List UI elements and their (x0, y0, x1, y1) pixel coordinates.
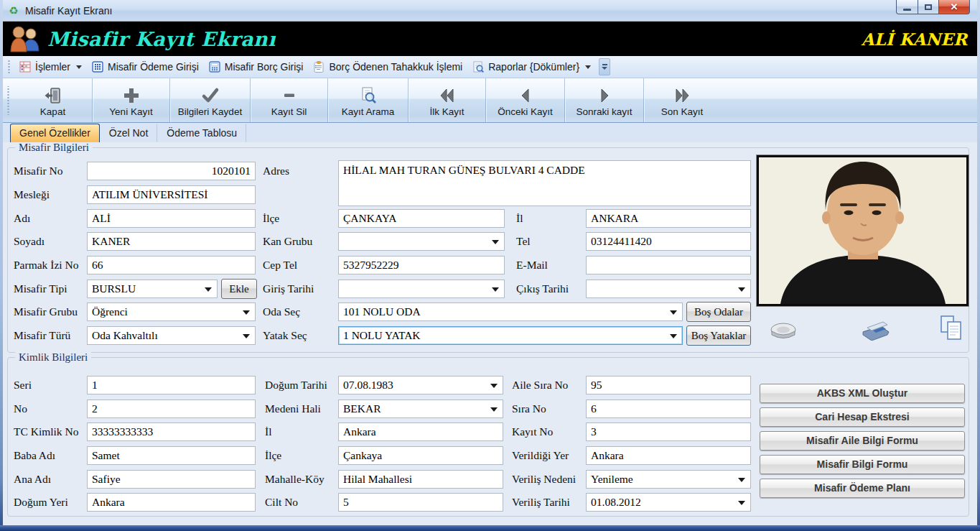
bilgileri-kaydet-button[interactable]: Bilgileri Kaydet (170, 78, 251, 122)
check-icon (201, 86, 220, 105)
misafir-aile-bilgi-formu-button[interactable]: Misafir Aile Bilgi Formu (760, 431, 965, 451)
tc-kimlik-no-field[interactable]: 33333333333 (87, 423, 256, 441)
mahalle-koy-field[interactable]: Hilal Mahallesi (338, 470, 503, 489)
toolbar-grip-handle[interactable] (6, 86, 10, 115)
title-bar[interactable]: ♻ Misafir Kayıt Ekranı ✕ (0, 0, 980, 22)
menu-item-misafir-odeme-girisi[interactable]: Misafir Ödeme Girişi (87, 59, 204, 75)
email-field[interactable] (586, 256, 751, 274)
adi-field[interactable]: ALİ (87, 209, 256, 228)
medeni-hali-combo[interactable]: BEKAR (338, 400, 503, 418)
ana-adi-label: Ana Adı (14, 470, 51, 489)
baba-adi-field[interactable]: Samet (87, 446, 256, 465)
giris-tarihi-label: Giriş Tarihi (263, 280, 314, 298)
oda-sec-combo[interactable]: 101 NOLU ODA (338, 303, 683, 321)
copy-pages-icon (939, 315, 963, 341)
toolstrip-overflow-button[interactable] (599, 58, 610, 75)
ilk-kayit-button[interactable]: İlk Kayıt (409, 78, 486, 122)
tel-field[interactable]: 03124411420 (586, 232, 751, 251)
cilt-no-label: Cilt No (265, 493, 298, 512)
clipboard-list-icon (313, 61, 325, 73)
menu-item-islemler[interactable]: İşlemler (14, 59, 87, 75)
misafir-tipi-combo[interactable]: BURSLU (87, 280, 218, 298)
dogum-yeri-field[interactable]: Ankara (87, 493, 256, 512)
no-field[interactable]: 2 (87, 400, 256, 418)
ekle-button[interactable]: Ekle (221, 279, 257, 299)
cep-tel-field[interactable]: 5327952229 (338, 256, 505, 274)
aile-sira-no-field[interactable]: 95 (586, 376, 751, 394)
verildigi-yer-field[interactable]: Ankara (586, 446, 751, 465)
misafir-no-field[interactable]: 1020101 (87, 162, 256, 180)
menu-item-borc-odenen-tahakkuk[interactable]: Borç Ödenen Tahakkuk İşlemi (308, 59, 467, 75)
maximize-button[interactable] (918, 0, 939, 14)
bos-odalar-button[interactable]: Boş Odalar (686, 302, 751, 322)
yeni-kayit-button[interactable]: Yeni Kayıt (93, 78, 170, 122)
menu-grip-handle[interactable] (7, 60, 11, 74)
misafir-turu-combo[interactable]: Oda Kahvaltılı (87, 326, 256, 345)
app-header: Misafir Kayıt Ekranı ALİ KANER (3, 22, 977, 56)
tab-ozel-not[interactable]: Özel Not (100, 124, 157, 142)
scanner-button[interactable] (859, 316, 890, 342)
copy-photo-button[interactable] (935, 315, 967, 341)
dogum-tarihi-combo[interactable]: 07.08.1983 (338, 376, 503, 394)
cilt-no-field[interactable]: 5 (338, 493, 503, 512)
exit-door-icon (44, 86, 62, 105)
camera-capture-button[interactable] (767, 319, 799, 345)
ana-adi-field[interactable]: Safiye (87, 470, 256, 489)
menu-item-raporlar[interactable]: Raporlar {Dökümler} (467, 59, 596, 75)
adres-field[interactable]: HİLAL MAH TURAN GÜNEŞ BULVARI 4 CADDE (338, 160, 751, 206)
toolbar-button-label: Son Kayıt (661, 106, 704, 117)
verilis-tarihi-label: Veriliş Tarihi (512, 493, 570, 512)
toolbar-button-label: Yeni Kayıt (109, 106, 152, 117)
seri-label: Seri (14, 376, 32, 394)
next-record-icon (595, 86, 614, 105)
identity-il-field[interactable]: Ankara (338, 423, 503, 441)
sonraki-kayit-button[interactable]: Sonraki kayıt (565, 78, 644, 122)
window-border-left (0, 0, 3, 531)
misafir-no-label: Misafir No (14, 162, 62, 180)
kimlik-bilgileri-group: Kimlik Bilgileri Seri 1 Doğum Tarihi 07.… (7, 357, 969, 517)
oda-sec-label: Oda Seç (263, 303, 300, 321)
parmak-izi-no-field[interactable]: 66 (87, 256, 256, 274)
onceki-kayit-button[interactable]: Önceki Kayıt (486, 78, 565, 122)
cari-hesap-ekstresi-button[interactable]: Cari Hesap Ekstresi (760, 407, 965, 427)
il-field[interactable]: ANKARA (586, 209, 751, 228)
verildigi-yer-label: Verildiği Yer (512, 446, 569, 465)
verilis-tarihi-combo[interactable]: 01.08.2012 (586, 493, 751, 512)
giris-tarihi-combo[interactable] (338, 280, 505, 298)
close-button[interactable]: ✕ (938, 0, 970, 14)
kayit-no-field[interactable]: 3 (586, 423, 751, 441)
guests-people-icon (10, 25, 42, 52)
maximize-icon (925, 4, 932, 10)
akbs-xml-olustur-button[interactable]: AKBS XML Oluştur (760, 384, 965, 403)
seri-field[interactable]: 1 (87, 376, 256, 394)
kan-grubu-combo[interactable] (338, 232, 505, 251)
misafir-grubu-combo[interactable]: Öğrenci (87, 303, 256, 321)
soyadi-field[interactable]: KANER (87, 232, 256, 251)
form-area: Misafir Bilgileri Misafir No 1020101 Mes… (3, 142, 977, 525)
bos-yataklar-button[interactable]: Boş Yataklar (686, 325, 751, 346)
menu-item-misafir-borc-girisi[interactable]: Misafir Borç Girişi (204, 59, 309, 75)
kayit-sil-button[interactable]: Kayıt Sil (251, 78, 328, 122)
menu-item-label: Raporlar {Dökümler} (488, 61, 579, 73)
minimize-button[interactable] (896, 0, 918, 14)
kayit-arama-button[interactable]: Kayıt Arama (328, 78, 409, 122)
minus-icon (280, 86, 299, 105)
misafir-odeme-plani-button[interactable]: Misafir Ödeme Planı (760, 479, 965, 498)
medeni-hali-label: Medeni Hali (265, 400, 321, 418)
cikis-tarihi-combo[interactable] (586, 280, 751, 298)
guest-photo (757, 155, 969, 306)
yatak-sec-combo[interactable]: 1 NOLU YATAK (338, 326, 683, 345)
verilis-nedeni-combo[interactable]: Yenileme (586, 470, 751, 489)
tab-strip: Genel Özellikler Özel Not Ödeme Tablosu (3, 123, 977, 142)
sira-no-field[interactable]: 6 (586, 400, 751, 418)
chevron-down-icon (76, 65, 82, 69)
tab-odeme-tablosu[interactable]: Ödeme Tablosu (157, 124, 246, 142)
kapat-button[interactable]: Kapat (14, 78, 93, 122)
son-kayit-button[interactable]: Son Kayıt (644, 78, 720, 122)
dogum-tarihi-label: Doğum Tarihi (265, 376, 327, 394)
tab-genel-ozellikler[interactable]: Genel Özellikler (10, 124, 100, 142)
misafir-bilgi-formu-button[interactable]: Misafir Bilgi Formu (760, 455, 965, 474)
ilce-field[interactable]: ÇANKAYA (338, 209, 505, 228)
meslegi-field[interactable]: ATILIM ÜNİVERSİTESİ (87, 185, 256, 204)
identity-ilce-field[interactable]: Çankaya (338, 446, 503, 465)
